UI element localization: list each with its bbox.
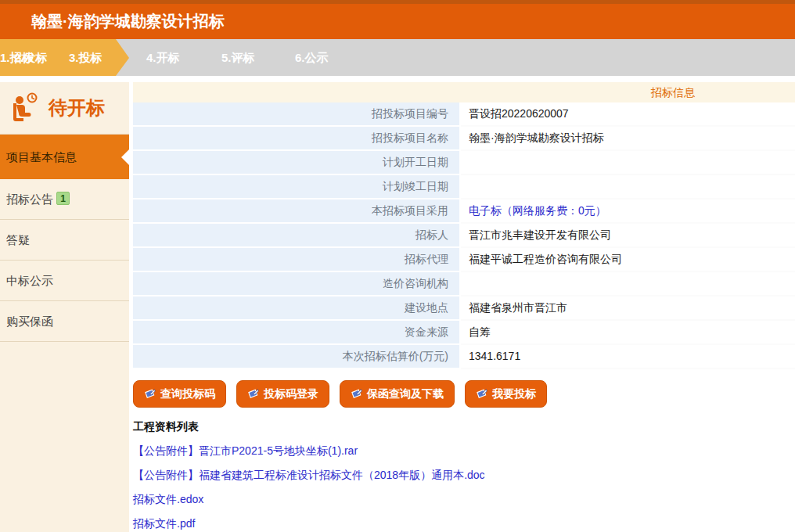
- field-value-planned-start-date: [461, 151, 795, 175]
- field-label: 资金来源: [133, 321, 459, 345]
- table-row: 本次招标估算价(万元) 1341.6171: [133, 345, 795, 369]
- sidebar-item-label: 答疑: [6, 233, 30, 246]
- file-link-tender-document-edox[interactable]: 招标文件.edox: [133, 493, 795, 507]
- sidebar-item-label: 项目基本信息: [6, 150, 77, 164]
- table-row: 资金来源 自筹: [133, 321, 795, 345]
- query-bid-code-button[interactable]: 查询投标码: [133, 380, 226, 408]
- field-label: 造价咨询机构: [133, 272, 459, 297]
- step-tab-pingbiao[interactable]: 5.评标: [221, 39, 255, 76]
- field-label: 计划开工日期: [133, 151, 459, 175]
- button-label: 保函查询及下载: [367, 387, 444, 401]
- file-link-announcement-attachment-rar[interactable]: 【公告附件】晋江市P2021-5号地块坐标(1).rar: [133, 444, 795, 458]
- sidebar: 待开标 项目基本信息 招标公告1 答疑 中标公示 购买保函: [0, 82, 129, 532]
- field-value-construction-site: 福建省泉州市晋江市: [461, 297, 795, 321]
- button-label: 投标码登录: [264, 387, 318, 401]
- field-value-tender-type-link[interactable]: 电子标（网络服务费：0元）: [461, 200, 795, 224]
- table-row: 招投标项目编号 晋设招20220620007: [133, 102, 795, 127]
- field-label: 招投标项目名称: [133, 127, 459, 151]
- step-progress-bar: 1.招标 2.发标 3.投标 4.开标 5.评标 6.公示: [0, 39, 795, 76]
- active-item-notch: [121, 149, 129, 165]
- sign-pad-icon: [351, 388, 362, 400]
- sign-pad-icon: [247, 388, 259, 400]
- sidebar-item-buy-guarantee[interactable]: 购买保函: [0, 301, 129, 342]
- status-text: 待开标: [49, 95, 105, 120]
- step-tab-fabiao[interactable]: 2.发标: [14, 39, 48, 76]
- sidebar-item-label: 购买保函: [6, 315, 53, 328]
- sidebar-item-award-publicity[interactable]: 中标公示: [0, 261, 129, 301]
- field-value-planned-finish-date: [461, 175, 795, 200]
- field-label: 招标代理: [133, 248, 459, 272]
- step-tab-kaibiao[interactable]: 4.开标: [146, 39, 180, 76]
- page-title: 翰墨·海韵学城勘察设计招标: [31, 13, 225, 30]
- sidebar-item-label: 中标公示: [6, 274, 53, 287]
- sidebar-item-label: 招标公告: [6, 192, 53, 206]
- table-row: 招标代理 福建平诚工程造价咨询有限公司: [133, 248, 795, 272]
- field-value-tenderee: 晋江市兆丰建设开发有限公司: [461, 224, 795, 248]
- field-label: 招标人: [133, 224, 459, 248]
- section-title: 招标信息: [651, 86, 695, 99]
- count-badge: 1: [56, 192, 70, 205]
- field-label: 本招标项目采用: [133, 200, 459, 224]
- field-label: 本次招标估算价(万元): [133, 345, 459, 369]
- field-label: 建设地点: [133, 297, 459, 321]
- table-row: 计划开工日期: [133, 151, 795, 175]
- sidebar-item-project-basic-info[interactable]: 项目基本信息: [0, 135, 129, 179]
- field-value-cost-consultant: [461, 272, 795, 297]
- table-row: 招投标项目名称 翰墨·海韵学城勘察设计招标: [133, 127, 795, 151]
- file-link-tender-document-pdf[interactable]: 招标文件.pdf: [133, 517, 795, 531]
- field-value-project-name: 翰墨·海韵学城勘察设计招标: [461, 127, 795, 151]
- button-label: 我要投标: [492, 387, 536, 401]
- bid-code-login-button[interactable]: 投标码登录: [236, 380, 329, 408]
- field-value-project-number: 晋设招20220620007: [461, 102, 795, 127]
- table-row: 招标人 晋江市兆丰建设开发有限公司: [133, 224, 795, 248]
- waiting-person-clock-icon: [9, 92, 41, 124]
- section-header: 招标信息: [133, 82, 795, 102]
- field-value-estimated-price: 1341.6171: [461, 345, 795, 369]
- field-value-funding-source: 自筹: [461, 321, 795, 345]
- sidebar-item-qa[interactable]: 答疑: [0, 220, 129, 261]
- table-row: 建设地点 福建省泉州市晋江市: [133, 297, 795, 321]
- table-row: 本招标项目采用 电子标（网络服务费：0元）: [133, 200, 795, 224]
- sidebar-item-tender-announcement[interactable]: 招标公告1: [0, 179, 129, 220]
- file-link-announcement-attachment-doc[interactable]: 【公告附件】福建省建筑工程标准设计招标文件（2018年版）通用本.doc: [133, 469, 795, 483]
- main-content: 招标信息 招投标项目编号 晋设招20220620007 招投标项目名称 翰墨·海…: [133, 82, 795, 532]
- step-tab-gongshi[interactable]: 6.公示: [295, 39, 329, 76]
- files-list-title: 工程资料列表: [133, 420, 795, 434]
- sign-pad-icon: [476, 388, 487, 400]
- table-row: 计划竣工日期: [133, 175, 795, 200]
- status-block: 待开标: [0, 82, 129, 135]
- field-value-tender-agent: 福建平诚工程造价咨询有限公司: [461, 248, 795, 272]
- sign-pad-icon: [144, 388, 156, 400]
- table-row: 造价咨询机构: [133, 272, 795, 297]
- step-tab-toubiao[interactable]: 3.投标: [69, 39, 103, 76]
- i-want-to-bid-button[interactable]: 我要投标: [465, 380, 547, 408]
- field-label: 计划竣工日期: [133, 175, 459, 200]
- action-button-row: 查询投标码 投标码登录 保函查询及下载: [133, 380, 795, 408]
- page-body: 待开标 项目基本信息 招标公告1 答疑 中标公示 购买保函 招标信息 招投标项目…: [0, 82, 795, 532]
- field-label: 招投标项目编号: [133, 102, 459, 127]
- guarantee-query-download-button[interactable]: 保函查询及下载: [340, 380, 455, 408]
- app-header: 翰墨·海韵学城勘察设计招标: [0, 4, 795, 39]
- button-label: 查询投标码: [160, 387, 215, 401]
